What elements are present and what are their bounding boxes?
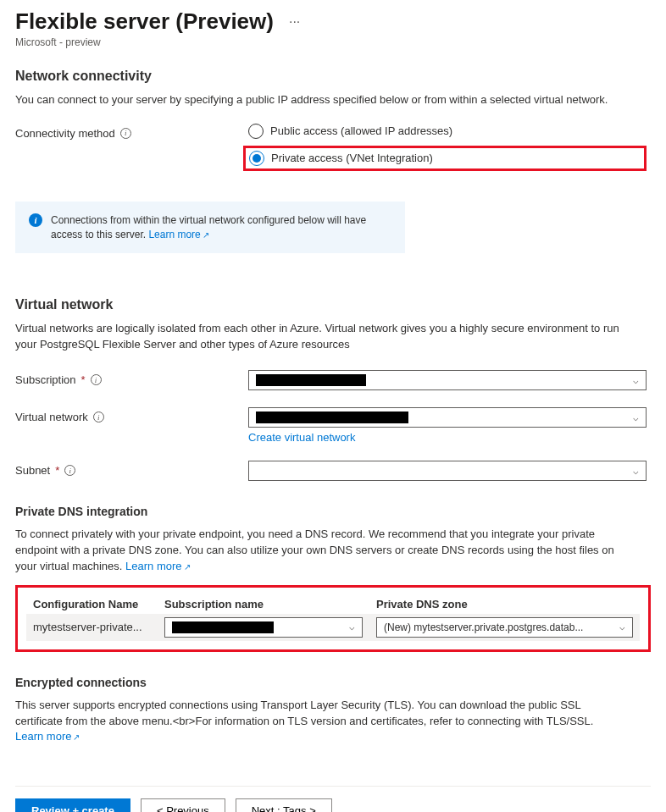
redacted-value (256, 374, 366, 386)
vnet-desc: Virtual networks are logically isolated … (15, 321, 625, 353)
more-actions-button[interactable]: ··· (289, 14, 300, 30)
tls-desc: This server supports encrypted connectio… (15, 698, 625, 746)
vnet-info-callout: i Connections from within the virtual ne… (15, 202, 405, 254)
tls-heading: Encrypted connections (15, 676, 651, 689)
highlight-box: Private access (VNet Integration) (243, 146, 647, 171)
previous-button[interactable]: < Previous (141, 798, 225, 812)
external-link-icon: ↗ (203, 230, 209, 240)
dns-zone-value: (New) mytestserver.private.postgres.data… (384, 621, 583, 633)
virtual-network-label: Virtual network (15, 411, 88, 423)
footer-buttons: Review + create < Previous Next : Tags > (15, 798, 651, 812)
info-icon[interactable]: i (64, 465, 75, 476)
tls-learn-more-link[interactable]: Learn more↗ (15, 730, 80, 743)
connectivity-method-radiogroup: Public access (allowed IP addresses) Pri… (248, 124, 647, 171)
info-icon[interactable]: i (120, 128, 131, 139)
vnet-heading: Virtual network (15, 297, 651, 312)
info-icon[interactable]: i (93, 412, 104, 423)
info-icon[interactable]: i (91, 374, 102, 385)
required-indicator: * (81, 373, 86, 386)
create-vnet-link[interactable]: Create virtual network (248, 431, 355, 444)
review-create-button[interactable]: Review + create (15, 798, 130, 812)
dns-desc: To connect privately with your private e… (15, 527, 625, 575)
dns-table-highlight: Configuration Name Subscription name Pri… (15, 585, 651, 652)
infobox-learn-more-link[interactable]: Learn more↗ (148, 229, 208, 240)
table-row: mytestserver-private... ⌵ (New) mytestse… (26, 614, 640, 641)
radio-public-label: Public access (allowed IP addresses) (270, 124, 452, 137)
subnet-label: Subnet (15, 464, 50, 477)
network-desc: You can connect to your server by specif… (15, 92, 625, 108)
subscription-select[interactable]: ⌵ (248, 370, 647, 390)
cell-config-name: mytestserver-private... (26, 614, 158, 641)
chevron-down-icon: ⌵ (633, 466, 639, 477)
dns-subscription-select[interactable]: ⌵ (164, 617, 363, 638)
redacted-value (256, 412, 408, 423)
page-title: Flexible server (Preview) (15, 8, 274, 35)
dns-zone-select[interactable]: (New) mytestserver.private.postgres.data… (376, 617, 633, 638)
col-subscription-name: Subscription name (158, 594, 369, 614)
radio-private-label: Private access (VNet Integration) (271, 152, 433, 164)
external-link-icon: ↗ (73, 732, 80, 742)
redacted-value (172, 621, 274, 633)
chevron-down-icon: ⌵ (633, 412, 639, 423)
required-indicator: * (55, 464, 59, 477)
chevron-down-icon: ⌵ (619, 621, 625, 632)
chevron-down-icon: ⌵ (633, 375, 639, 386)
dns-heading: Private DNS integration (15, 505, 651, 518)
info-icon: i (29, 213, 42, 227)
dns-table: Configuration Name Subscription name Pri… (26, 594, 640, 641)
next-button[interactable]: Next : Tags > (236, 798, 332, 812)
footer-separator (15, 786, 651, 787)
external-link-icon: ↗ (184, 562, 191, 572)
subscription-label: Subscription (15, 373, 76, 386)
radio-private-access[interactable]: Private access (VNet Integration) (249, 151, 635, 166)
network-heading: Network connectivity (15, 69, 651, 84)
connectivity-method-label: Connectivity method (15, 127, 115, 140)
subnet-select[interactable]: ⌵ (248, 461, 647, 481)
radio-icon (249, 151, 264, 166)
col-config-name: Configuration Name (26, 594, 158, 614)
radio-icon (248, 124, 264, 139)
dns-learn-more-link[interactable]: Learn more↗ (125, 560, 190, 572)
virtual-network-select[interactable]: ⌵ (248, 407, 647, 428)
col-private-dns-zone: Private DNS zone (369, 594, 640, 614)
radio-public-access[interactable]: Public access (allowed IP addresses) (248, 124, 647, 139)
page-subtitle: Microsoft - preview (15, 36, 651, 48)
chevron-down-icon: ⌵ (349, 621, 355, 632)
